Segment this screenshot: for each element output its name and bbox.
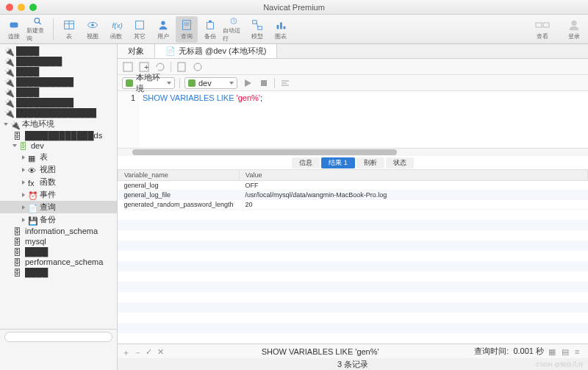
- svg-point-28: [194, 63, 201, 71]
- format-icon[interactable]: [279, 77, 291, 89]
- zoom-icon[interactable]: [29, 4, 37, 11]
- commit-icon[interactable]: ✓: [146, 347, 154, 356]
- content-area: 对象 📄无标题 @dev (本地环境) + 本地环境 dev 1 SHOW VA…: [118, 44, 588, 370]
- schema-item[interactable]: 🗄information_schema: [0, 226, 117, 236]
- table-row[interactable]: generated_random_password_length20: [118, 200, 588, 210]
- cell-variable-name[interactable]: general_log: [118, 181, 240, 191]
- status-query-text: SHOW VARIABLES LIKE 'gen%': [166, 347, 474, 356]
- svg-text:+: +: [144, 63, 148, 71]
- explain-icon[interactable]: [192, 61, 204, 73]
- table-row[interactable]: general_logOFF: [118, 181, 588, 191]
- tab-objects[interactable]: 对象: [118, 44, 155, 58]
- db-tables[interactable]: ▦表: [0, 151, 117, 163]
- editor-scrollbar[interactable]: [118, 149, 588, 156]
- connection-item[interactable]: 🔌████: [0, 66, 117, 77]
- connection-item[interactable]: 🔌████: [0, 46, 117, 56]
- schema-item[interactable]: 🗄mysql: [0, 236, 117, 246]
- stop-icon[interactable]: [258, 77, 270, 89]
- db-queries[interactable]: 📄查询: [0, 201, 117, 213]
- minimize-icon[interactable]: [18, 4, 25, 11]
- close-icon[interactable]: [6, 4, 13, 11]
- cell-variable-name[interactable]: generated_random_password_length: [118, 200, 240, 210]
- save-as-icon[interactable]: +: [138, 61, 150, 73]
- toolbar-chart[interactable]: 图表: [270, 16, 292, 43]
- result-tab-profile[interactable]: 剖析: [356, 157, 384, 168]
- db-select[interactable]: dev: [184, 77, 237, 89]
- schema-item[interactable]: 🗄████: [0, 246, 117, 257]
- svg-rect-19: [280, 22, 282, 29]
- cell-value[interactable]: OFF: [240, 181, 588, 191]
- sql-code[interactable]: SHOW VARIABLES LIKE 'gen%';: [140, 91, 265, 148]
- cell-value[interactable]: 20: [240, 200, 588, 210]
- connection-item[interactable]: 🔌████████: [0, 56, 117, 66]
- svg-line-2: [39, 22, 41, 24]
- run-icon[interactable]: [242, 77, 254, 89]
- svg-text:f(x): f(x): [112, 21, 123, 29]
- svg-rect-18: [277, 25, 279, 29]
- main-toolbar: 连接 新建查询 表 视图 f(x)函数 其它 用户 查询 备份 自动运行 模型 …: [0, 15, 588, 44]
- tab-query-untitled[interactable]: 📄无标题 @dev (本地环境): [155, 44, 277, 58]
- result-tab-status[interactable]: 状态: [386, 157, 414, 168]
- db-functions[interactable]: fx函数: [0, 176, 117, 188]
- toolbar-other[interactable]: 其它: [129, 16, 151, 43]
- refresh-icon[interactable]: [154, 61, 166, 73]
- record-count-bar: 3 条记录 CSDN @知你几分: [118, 358, 588, 370]
- svg-point-23: [571, 20, 576, 25]
- db-events[interactable]: ⏰事件: [0, 188, 117, 201]
- toolbar-model[interactable]: 模型: [246, 16, 268, 43]
- svg-rect-24: [123, 63, 132, 71]
- connection-item[interactable]: 🔌██████████: [0, 77, 117, 87]
- text-view-icon[interactable]: ≡: [575, 347, 584, 356]
- cell-value[interactable]: /usr/local/mysql/data/wangmin-MacBook-Pr…: [240, 191, 588, 200]
- search-input[interactable]: [4, 332, 112, 342]
- clipboard-icon[interactable]: [176, 61, 187, 73]
- svg-line-17: [257, 22, 258, 27]
- toolbar-function[interactable]: f(x)函数: [105, 16, 127, 43]
- db-views[interactable]: 👁视图: [0, 163, 117, 176]
- svg-rect-9: [136, 21, 144, 29]
- delete-row-icon[interactable]: －: [134, 347, 143, 356]
- table-row[interactable]: general_log_file/usr/local/mysql/data/wa…: [118, 191, 588, 200]
- add-row-icon[interactable]: ＋: [122, 347, 131, 356]
- toolbar-view-mode[interactable]: 查看: [525, 16, 560, 43]
- db-backups[interactable]: 💾备份: [0, 213, 117, 226]
- schema-item[interactable]: 🗄performance_schema: [0, 257, 117, 267]
- local-env-item[interactable]: 🔌本地环境: [0, 118, 117, 130]
- connection-tree: 🔌████ 🔌████████ 🔌████ 🔌██████████ 🔌████ …: [0, 44, 118, 370]
- sidebar-search: [0, 329, 118, 344]
- toolbar-connect[interactable]: 连接: [3, 16, 25, 43]
- result-tab-info[interactable]: 信息: [292, 157, 320, 168]
- column-header[interactable]: Value: [240, 170, 588, 181]
- sql-editor[interactable]: 1 SHOW VARIABLES LIKE 'gen%';: [118, 91, 588, 149]
- column-header[interactable]: Variable_name: [118, 170, 240, 181]
- toolbar-automation[interactable]: 自动运行: [223, 16, 245, 43]
- toolbar-view[interactable]: 视图: [82, 16, 104, 43]
- svg-rect-27: [178, 63, 185, 71]
- save-icon[interactable]: [122, 61, 134, 73]
- toolbar-user[interactable]: 用户: [152, 16, 174, 43]
- schema-item[interactable]: 🗄████████████ds: [0, 130, 117, 140]
- toolbar-login[interactable]: 登录: [563, 16, 585, 43]
- cell-variable-name[interactable]: general_log_file: [118, 191, 240, 200]
- toolbar-table[interactable]: 表: [58, 16, 80, 43]
- editor-tabs: 对象 📄无标题 @dev (本地环境): [118, 44, 588, 59]
- query-time-value: 0.001 秒: [513, 346, 544, 357]
- editor-toolbar: +: [118, 59, 588, 75]
- status-bar: ＋ － ✓ ✕ SHOW VARIABLES LIKE 'gen%' 查询时间:…: [118, 344, 588, 358]
- schema-item[interactable]: 🗄████: [0, 267, 117, 277]
- connection-item[interactable]: 🔌██████████████: [0, 107, 117, 118]
- result-tab-result1[interactable]: 结果 1: [321, 157, 355, 168]
- toolbar-new-query[interactable]: 新建查询: [26, 16, 49, 43]
- env-select[interactable]: 本地环境: [122, 77, 175, 89]
- results-grid[interactable]: Variable_name Value general_logOFFgenera…: [118, 169, 588, 344]
- connection-item[interactable]: 🔌██████████: [0, 97, 117, 107]
- form-view-icon[interactable]: ▤: [562, 347, 570, 356]
- cancel-icon[interactable]: ✕: [157, 347, 166, 356]
- grid-view-icon[interactable]: ▦: [548, 347, 557, 356]
- toolbar-query[interactable]: 查询: [176, 16, 198, 43]
- database-dev[interactable]: 🗄dev: [0, 140, 117, 151]
- line-gutter: 1: [118, 91, 140, 148]
- connection-item[interactable]: 🔌████: [0, 87, 117, 97]
- watermark: CSDN @知你几分: [536, 360, 584, 369]
- toolbar-backup[interactable]: 备份: [199, 16, 221, 43]
